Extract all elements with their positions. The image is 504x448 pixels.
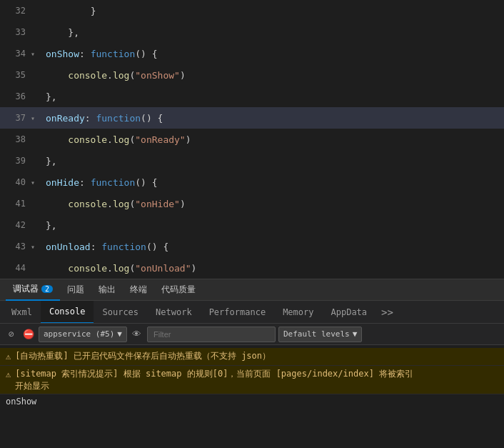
top-tab-输出[interactable]: 输出 — [91, 279, 123, 301]
token: ) — [186, 134, 191, 145]
console-toolbar: ⊘ ⛔ appservice (#5) ▼ 👁 Default levels ▼ — [0, 324, 504, 345]
token: }, — [46, 91, 57, 102]
more-tabs-button[interactable]: >> — [376, 307, 399, 318]
line-number: 34 — [9, 49, 26, 59]
tool-tab-performance[interactable]: Performance — [201, 301, 274, 324]
console-plain-output: onShow — [0, 394, 504, 409]
line-content: onHide: function() { — [43, 177, 504, 188]
tool-tab-console[interactable]: Console — [41, 301, 94, 324]
top-tab-问题[interactable]: 问题 — [60, 279, 91, 301]
service-selector[interactable]: appservice (#5) ▼ — [39, 327, 127, 342]
service-label: appservice (#5) — [44, 329, 114, 339]
line-gutter: 41 — [0, 199, 43, 209]
message-text: [自动热重载] 已开启代码文件保存后自动热重载（不支持 json） — [15, 350, 498, 362]
token: ) — [180, 70, 186, 81]
line-number: 33 — [9, 27, 26, 37]
line-number: 39 — [9, 156, 26, 166]
tool-tab-appdata[interactable]: AppData — [322, 301, 376, 324]
token: ) — [180, 199, 186, 209]
token: : — [91, 242, 102, 252]
line-content: onShow: function() { — [43, 49, 504, 59]
token: console — [68, 70, 107, 81]
line-content: console.log("onUnload") — [43, 263, 504, 274]
token: log — [113, 134, 129, 145]
line-number: 37 — [9, 113, 26, 123]
top-tab-终端[interactable]: 终端 — [123, 279, 154, 301]
top-tab-代码质量[interactable]: 代码质量 — [154, 279, 203, 301]
console-message: ⚠[sitemap 索引情况提示] 根据 sitemap 的规则[0]，当前页面… — [0, 366, 504, 395]
line-content: }, — [43, 91, 504, 102]
token: function — [101, 242, 146, 252]
token: . — [107, 70, 113, 81]
line-number: 41 — [9, 199, 26, 209]
line-number: 42 — [9, 220, 26, 230]
code-line: 37▾onReady: function() { — [0, 107, 504, 129]
eye-toggle-button[interactable]: 👁 — [130, 327, 144, 342]
stop-button[interactable]: ⛔ — [21, 327, 36, 342]
console-message: ⚠[自动热重载] 已开启代码文件保存后自动热重载（不支持 json） — [0, 348, 504, 366]
filter-input[interactable] — [147, 327, 276, 342]
token: log — [113, 263, 129, 274]
token: function — [91, 49, 136, 59]
token: () { — [135, 49, 157, 59]
token: . — [107, 134, 113, 145]
code-line: 43▾onUnload: function() { — [0, 236, 504, 257]
token: } — [91, 6, 96, 16]
tab-badge: 2 — [41, 285, 53, 293]
line-gutter: 38 — [0, 134, 43, 144]
line-content: onUnload: function() { — [43, 242, 504, 252]
token: console — [68, 199, 107, 209]
code-line: 38 console.log("onReady") — [0, 129, 504, 150]
level-selector[interactable]: Default levels ▼ — [278, 327, 362, 342]
tool-tab-memory[interactable]: Memory — [274, 301, 322, 324]
line-gutter: 32 — [0, 6, 43, 16]
line-content: console.log("onHide") — [43, 199, 504, 209]
devtools-top-tabs: 调试器 2问题 输出 终端 代码质量 — [0, 279, 504, 301]
token: ) — [191, 263, 197, 274]
console-output[interactable]: ⚠[自动热重载] 已开启代码文件保存后自动热重载（不支持 json）⚠[site… — [0, 345, 504, 448]
token: log — [113, 199, 129, 209]
code-line: 35 console.log("onShow") — [0, 64, 504, 86]
token: : — [85, 113, 96, 124]
line-number: 32 — [9, 6, 26, 16]
devtools-panel: 调试器 2问题 输出 终端 代码质量 WxmlConsoleSourcesNet… — [0, 279, 504, 448]
fold-arrow-icon[interactable]: ▾ — [29, 179, 37, 186]
line-number: 38 — [9, 134, 26, 144]
line-content: } — [43, 6, 504, 16]
line-gutter: 36 — [0, 91, 43, 101]
token: function — [96, 113, 141, 124]
token: () { — [146, 242, 168, 252]
tool-tab-sources[interactable]: Sources — [94, 301, 147, 324]
code-line: 36}, — [0, 86, 504, 107]
warning-icon: ⚠ — [6, 369, 11, 381]
fold-arrow-icon[interactable]: ▾ — [29, 243, 37, 251]
fold-arrow-icon[interactable]: ▾ — [29, 114, 37, 122]
token: console — [68, 134, 107, 145]
code-line: 34▾onShow: function() { — [0, 43, 504, 64]
token: onUnload — [46, 242, 91, 252]
line-gutter: 34▾ — [0, 49, 43, 59]
line-content: console.log("onShow") — [43, 70, 504, 81]
token: }, — [68, 27, 79, 38]
code-line: 44 console.log("onUnload") — [0, 257, 504, 279]
line-gutter: 39 — [0, 156, 43, 166]
clear-console-button[interactable]: ⊘ — [4, 327, 19, 342]
dropdown-arrow-icon: ▼ — [117, 329, 122, 339]
warning-icon: ⚠ — [6, 351, 11, 363]
code-line: 39}, — [0, 150, 504, 171]
line-gutter: 43▾ — [0, 242, 43, 252]
fold-arrow-icon[interactable]: ▾ — [29, 50, 37, 58]
line-content: }, — [43, 220, 504, 231]
token: . — [107, 263, 113, 274]
line-gutter: 44 — [0, 263, 43, 273]
token: : — [79, 49, 91, 59]
token: () { — [135, 177, 157, 188]
token: "onReady" — [135, 134, 185, 145]
top-tab-调试器[interactable]: 调试器 2 — [6, 279, 60, 301]
line-gutter: 35 — [0, 70, 43, 80]
tool-tab-network[interactable]: Network — [147, 301, 201, 324]
line-number: 36 — [9, 91, 26, 101]
tool-tab-wxml[interactable]: Wxml — [3, 301, 41, 324]
code-line: 41 console.log("onHide") — [0, 193, 504, 214]
token: "onUnload" — [135, 263, 191, 274]
